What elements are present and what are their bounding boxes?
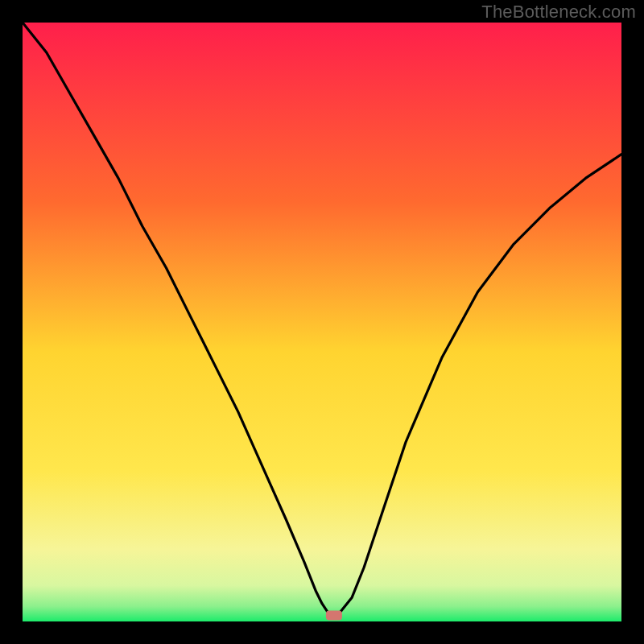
- chart-svg: [23, 23, 621, 621]
- chart-frame: TheBottleneck.com: [0, 0, 644, 644]
- chart-background: [23, 23, 621, 621]
- minimum-marker: [326, 611, 342, 621]
- plot-area: [23, 23, 621, 621]
- watermark-text: TheBottleneck.com: [481, 2, 636, 23]
